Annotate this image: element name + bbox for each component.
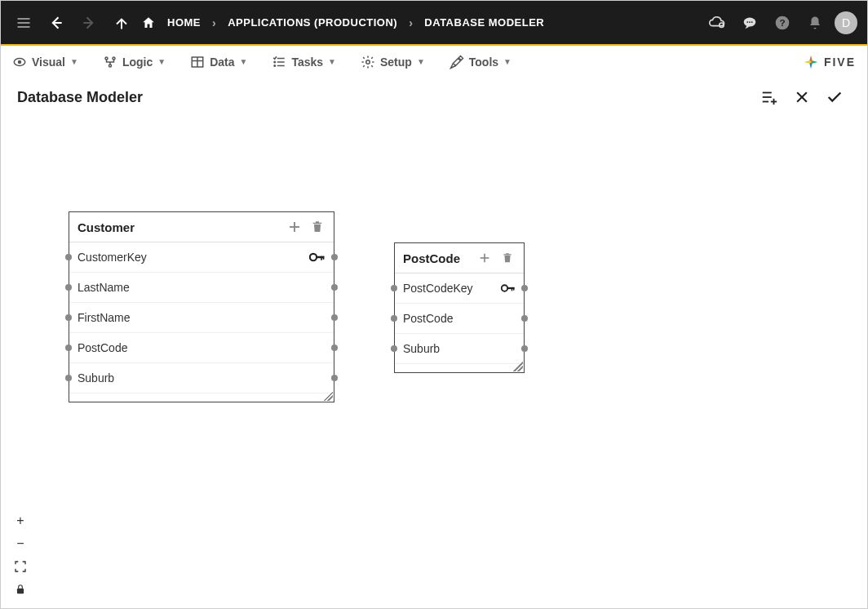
menu-setup[interactable]: Setup ▼ (361, 55, 425, 69)
svg-rect-43 (323, 256, 325, 260)
help-icon[interactable]: ? (769, 10, 795, 36)
breadcrumb-database-modeler[interactable]: DATABASE MODELER (424, 16, 544, 29)
svg-point-8 (746, 21, 748, 23)
cloud-sync-icon[interactable] (704, 10, 730, 36)
svg-rect-42 (321, 256, 322, 260)
port-right[interactable] (331, 375, 338, 381)
port-right[interactable] (331, 254, 338, 260)
back-icon[interactable] (43, 10, 69, 36)
port-left[interactable] (65, 345, 72, 351)
port-left[interactable] (65, 254, 72, 260)
menu-data[interactable]: Data ▼ (190, 55, 247, 69)
zoom-controls: + − (9, 510, 32, 600)
chevron-down-icon: ▼ (503, 57, 512, 66)
table-name: PostCode (403, 251, 470, 265)
port-right[interactable] (521, 315, 528, 322)
breadcrumb: HOME › APPLICATIONS (PRODUCTION) › DATAB… (141, 10, 544, 36)
svg-rect-48 (512, 287, 513, 291)
logic-icon (103, 55, 117, 69)
chevron-right-icon: › (409, 16, 413, 29)
chevron-down-icon: ▼ (328, 57, 336, 66)
field-name: CustomerKey (78, 251, 309, 264)
delete-table-button[interactable] (499, 250, 516, 266)
chevron-down-icon: ▼ (157, 57, 166, 66)
menu-label: Data (210, 56, 234, 69)
svg-point-15 (105, 57, 108, 60)
forward-icon (76, 10, 102, 36)
resize-handle[interactable] (513, 362, 523, 371)
table-name: Customer (78, 220, 280, 234)
chevron-down-icon: ▼ (240, 57, 248, 66)
field-name: PostCode (78, 341, 326, 354)
menu-tasks[interactable]: Tasks ▼ (272, 55, 336, 69)
brand-text: FIVE (824, 56, 856, 69)
menubar: Visual ▼ Logic ▼ Data ▼ Tasks ▼ Setup ▼ … (1, 46, 867, 78)
port-left[interactable] (65, 314, 72, 321)
port-right[interactable] (331, 345, 338, 351)
close-button[interactable] (786, 81, 818, 113)
resize-handle[interactable] (323, 391, 333, 401)
port-right[interactable] (331, 284, 338, 291)
delete-table-button[interactable] (309, 219, 326, 235)
port-left[interactable] (391, 285, 397, 291)
field-name: LastName (78, 281, 326, 294)
svg-marker-28 (811, 60, 817, 63)
svg-text:?: ? (779, 17, 785, 28)
zoom-lock-button[interactable] (9, 579, 32, 600)
add-field-button[interactable] (476, 250, 493, 266)
page-title: Database Modeler (17, 89, 143, 106)
field-row[interactable]: PostCodeKey (395, 273, 524, 304)
table-header[interactable]: Customer (69, 212, 334, 242)
table-customer[interactable]: Customer CustomerKey LastName FirstName … (69, 211, 334, 402)
port-left[interactable] (391, 345, 397, 352)
zoom-fit-button[interactable] (9, 556, 32, 577)
port-left[interactable] (391, 315, 397, 322)
bell-icon[interactable] (802, 10, 828, 36)
chevron-down-icon: ▼ (70, 57, 78, 66)
chevron-down-icon: ▼ (417, 57, 425, 66)
port-right[interactable] (521, 345, 528, 352)
field-row[interactable]: PostCode (395, 304, 524, 334)
menu-visual[interactable]: Visual ▼ (12, 55, 78, 69)
table-header[interactable]: PostCode (395, 243, 524, 273)
key-icon (309, 251, 326, 263)
menu-label: Tools (469, 56, 498, 69)
svg-point-16 (113, 57, 115, 60)
svg-point-9 (749, 21, 751, 23)
canvas[interactable]: Customer CustomerKey LastName FirstName … (1, 115, 867, 608)
home-icon (141, 10, 156, 36)
svg-rect-50 (17, 589, 24, 593)
field-row[interactable]: CustomerKey (69, 242, 334, 273)
page-titlebar: Database Modeler (1, 78, 867, 116)
field-row[interactable]: Suburb (395, 334, 524, 364)
field-name: FirstName (78, 311, 326, 324)
menu-icon[interactable] (11, 10, 37, 36)
field-row[interactable]: PostCode (69, 333, 334, 363)
field-row[interactable]: FirstName (69, 303, 334, 333)
menu-label: Setup (380, 56, 412, 69)
field-row[interactable]: LastName (69, 273, 334, 303)
port-left[interactable] (65, 284, 72, 291)
avatar[interactable]: D (835, 11, 857, 34)
table-postcode[interactable]: PostCode PostCodeKey PostCode Suburb (394, 242, 525, 373)
gear-icon (361, 55, 375, 69)
add-field-button[interactable] (286, 219, 303, 235)
port-right[interactable] (331, 314, 338, 321)
menu-tools[interactable]: Tools ▼ (450, 55, 512, 69)
svg-rect-49 (513, 287, 515, 291)
field-row[interactable]: Suburb (69, 363, 334, 393)
breadcrumb-home[interactable]: HOME (167, 16, 201, 29)
topbar: HOME › APPLICATIONS (PRODUCTION) › DATAB… (1, 1, 867, 46)
menu-label: Logic (122, 56, 153, 69)
add-list-button[interactable] (753, 81, 786, 113)
confirm-button[interactable] (818, 81, 851, 113)
port-left[interactable] (65, 375, 72, 381)
zoom-out-button[interactable]: − (9, 533, 32, 554)
port-right[interactable] (521, 285, 528, 291)
breadcrumb-applications[interactable]: APPLICATIONS (PRODUCTION) (228, 16, 397, 29)
up-icon[interactable] (108, 10, 135, 36)
chat-icon[interactable] (737, 10, 763, 36)
menu-logic[interactable]: Logic ▼ (103, 55, 166, 69)
zoom-in-button[interactable]: + (9, 510, 32, 531)
chevron-right-icon: › (212, 16, 216, 29)
